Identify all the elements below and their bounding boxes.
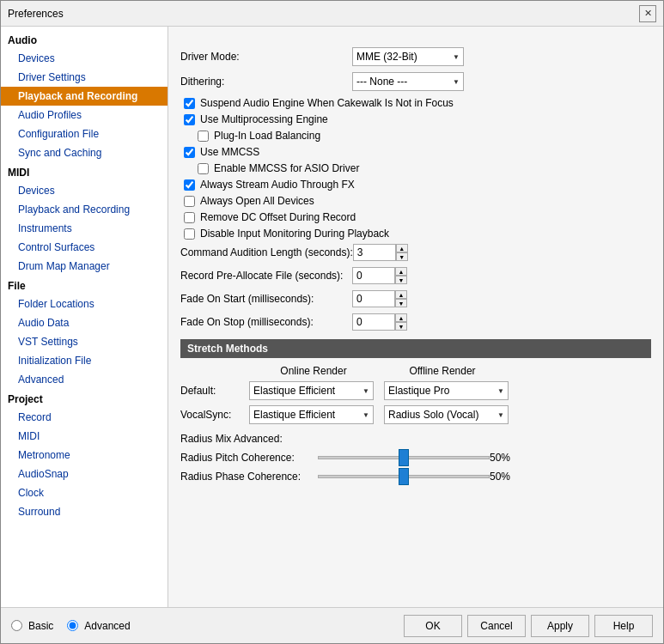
chk-mmcss-asio-label: Enable MMCSS for ASIO Driver bbox=[214, 162, 359, 174]
driver-mode-select[interactable]: MME (32-Bit)ASIOWDM/KS bbox=[352, 47, 464, 66]
stretch-rows: Default:Elastique EfficientElastique Pro… bbox=[180, 381, 651, 424]
chk-mmcss-asio-checkbox[interactable] bbox=[198, 163, 209, 174]
sidebar-item-audio-driver-settings[interactable]: Driver Settings bbox=[1, 68, 168, 87]
chk-multiprocessing-checkbox[interactable] bbox=[184, 114, 195, 125]
offline-select-1[interactable]: Radius Solo (Vocal)Elastique ProElastiqu… bbox=[384, 405, 509, 424]
chk-disable-input-label: Disable Input Monitoring During Playback bbox=[200, 228, 389, 240]
online-select-1[interactable]: Elastique EfficientElastique ProRadius S… bbox=[249, 405, 374, 424]
sl-phase-slider[interactable] bbox=[318, 475, 490, 478]
sidebar-item-file-advanced[interactable]: Advanced bbox=[1, 370, 168, 389]
basic-radio[interactable] bbox=[11, 620, 22, 631]
offline-select-0[interactable]: Elastique ProElastique EfficientRadius S… bbox=[384, 381, 509, 400]
sb-record-prealloc-input[interactable] bbox=[352, 267, 395, 284]
sb-fade-start-up-btn[interactable]: ▲ bbox=[395, 290, 407, 299]
chk-stream-fx-checkbox[interactable] bbox=[184, 179, 195, 191]
sidebar-item-audio-playback-recording[interactable]: Playback and Recording bbox=[1, 87, 168, 106]
stretch-methods-section: Stretch Methods Online Render Offline Re… bbox=[180, 339, 651, 483]
advanced-radio-group: Advanced bbox=[67, 620, 130, 632]
sidebar-item-project-record[interactable]: Record bbox=[1, 408, 168, 427]
stretch-row-1: VocalSync:Elastique EfficientElastique P… bbox=[180, 405, 651, 424]
dithering-select[interactable]: --- None ---TriangularShaped bbox=[352, 72, 464, 91]
sidebar-item-midi-playback-recording[interactable]: Playback and Recording bbox=[1, 200, 168, 219]
sidebar-item-project-clock[interactable]: Clock bbox=[1, 483, 168, 502]
sidebar-item-file-vst-settings[interactable]: VST Settings bbox=[1, 332, 168, 351]
chk-open-devices-label: Always Open All Devices bbox=[200, 195, 314, 207]
radius-section: Radius Mix Advanced: Radius Pitch Cohere… bbox=[180, 433, 651, 483]
online-select-0[interactable]: Elastique EfficientElastique ProRadius S… bbox=[249, 381, 374, 400]
sb-record-prealloc-up-btn[interactable]: ▲ bbox=[395, 267, 407, 276]
online-select-wrapper-1: Elastique EfficientElastique ProRadius S… bbox=[249, 405, 374, 424]
ok-button[interactable]: OK bbox=[404, 615, 462, 637]
sb-fade-start-label: Fade On Start (milliseconds): bbox=[180, 293, 352, 305]
sidebar-item-audio-profiles[interactable]: Audio Profiles bbox=[1, 106, 168, 125]
cancel-button[interactable]: Cancel bbox=[467, 615, 526, 637]
sb-command-audition-down-btn[interactable]: ▼ bbox=[396, 252, 408, 261]
sb-record-prealloc-spinners: ▲▼ bbox=[395, 267, 407, 284]
chk-open-devices-checkbox[interactable] bbox=[184, 196, 195, 207]
advanced-radio[interactable] bbox=[67, 620, 78, 631]
sb-fade-stop-down-btn[interactable]: ▼ bbox=[395, 322, 407, 331]
apply-button[interactable]: Apply bbox=[531, 615, 589, 637]
sidebar-item-midi-drum-map[interactable]: Drum Map Manager bbox=[1, 257, 168, 276]
radius-header: Radius Mix Advanced: bbox=[180, 433, 651, 445]
sidebar-item-midi-instruments[interactable]: Instruments bbox=[1, 219, 168, 238]
content-area: AudioDevicesDriver SettingsPlayback and … bbox=[1, 27, 663, 607]
help-button[interactable]: Help bbox=[594, 615, 653, 637]
offline-render-header: Offline Render bbox=[378, 365, 507, 377]
sb-command-audition-up-btn[interactable]: ▲ bbox=[396, 244, 408, 252]
sidebar-item-midi-control-surfaces[interactable]: Control Surfaces bbox=[1, 238, 168, 257]
stretch-row-0: Default:Elastique EfficientElastique Pro… bbox=[180, 381, 651, 400]
sb-record-prealloc-wrapper: ▲▼ bbox=[352, 267, 407, 284]
chk-mmcss-checkbox[interactable] bbox=[184, 147, 195, 158]
sb-record-prealloc-down-btn[interactable]: ▼ bbox=[395, 276, 407, 284]
chk-multiprocessing-label: Use Multiprocessing Engine bbox=[200, 113, 328, 125]
sb-fade-start-input[interactable] bbox=[352, 290, 395, 307]
sidebar-item-midi-devices[interactable]: Devices bbox=[1, 181, 168, 200]
sidebar-item-project-metronome[interactable]: Metronome bbox=[1, 446, 168, 465]
driver-mode-row: Driver Mode: MME (32-Bit)ASIOWDM/KS bbox=[180, 47, 651, 66]
chk-remove-dc-label: Remove DC Offset During Record bbox=[200, 211, 356, 223]
sidebar-item-project-surround[interactable]: Surround bbox=[1, 502, 168, 521]
spinbox-row-sb-command-audition: Command Audition Length (seconds):▲▼ bbox=[180, 244, 651, 261]
sl-pitch-slider[interactable] bbox=[318, 456, 490, 459]
sidebar-section-midi: MIDI bbox=[1, 162, 168, 181]
chk-suspend-checkbox[interactable] bbox=[184, 98, 195, 109]
checkbox-row-chk-stream-fx: Always Stream Audio Through FX bbox=[184, 179, 651, 191]
sb-record-prealloc-label: Record Pre-Allocate File (seconds): bbox=[180, 270, 352, 282]
footer: Basic Advanced OK Cancel Apply Help bbox=[1, 607, 663, 643]
chk-disable-input-checkbox[interactable] bbox=[184, 228, 195, 240]
offline-select-wrapper-0: Elastique ProElastique EfficientRadius S… bbox=[384, 381, 509, 400]
sidebar-item-audio-sync-caching[interactable]: Sync and Caching bbox=[1, 143, 168, 162]
footer-left: Basic Advanced bbox=[11, 620, 131, 632]
chk-stream-fx-label: Always Stream Audio Through FX bbox=[200, 179, 355, 191]
chk-plugin-load-balancing-checkbox[interactable] bbox=[198, 131, 209, 142]
stretch-col-headers: Online Render Offline Render bbox=[249, 365, 651, 377]
stretch-row-label-0: Default: bbox=[180, 385, 249, 397]
checkboxes-group: Suspend Audio Engine When Cakewalk Is No… bbox=[180, 97, 651, 240]
spinbox-row-sb-fade-stop: Fade On Stop (milliseconds):▲▼ bbox=[180, 313, 651, 331]
close-button[interactable]: ✕ bbox=[639, 5, 656, 22]
sidebar-item-file-init-file[interactable]: Initialization File bbox=[1, 351, 168, 370]
sidebar-item-file-folder-locations[interactable]: Folder Locations bbox=[1, 295, 168, 313]
sb-fade-stop-up-btn[interactable]: ▲ bbox=[395, 313, 407, 322]
advanced-radio-label: Advanced bbox=[84, 620, 130, 632]
sidebar-item-project-midi[interactable]: MIDI bbox=[1, 427, 168, 446]
dithering-select-wrapper: --- None ---TriangularShaped bbox=[352, 72, 464, 91]
spinbox-row-sb-fade-start: Fade On Start (milliseconds):▲▼ bbox=[180, 290, 651, 307]
sb-fade-start-down-btn[interactable]: ▼ bbox=[395, 299, 407, 307]
sidebar-item-file-audio-data[interactable]: Audio Data bbox=[1, 313, 168, 332]
checkbox-row-chk-plugin-load-balancing: Plug-In Load Balancing bbox=[198, 130, 651, 142]
sidebar-item-audio-config-file[interactable]: Configuration File bbox=[1, 125, 168, 143]
sb-command-audition-input[interactable] bbox=[353, 244, 396, 261]
chk-remove-dc-checkbox[interactable] bbox=[184, 212, 195, 223]
sidebar-item-project-audiosnap[interactable]: AudioSnap bbox=[1, 465, 168, 483]
title-bar: Preferences ✕ bbox=[1, 1, 663, 27]
sb-fade-stop-input[interactable] bbox=[352, 313, 395, 331]
sidebar-section-audio: Audio bbox=[1, 30, 168, 49]
stretch-header: Stretch Methods bbox=[180, 339, 651, 358]
dithering-label: Dithering: bbox=[180, 76, 352, 88]
sidebar-item-audio-devices[interactable]: Devices bbox=[1, 49, 168, 68]
main-panel: Driver Mode: MME (32-Bit)ASIOWDM/KS Dith… bbox=[168, 27, 663, 607]
chk-plugin-load-balancing-label: Plug-In Load Balancing bbox=[214, 130, 320, 142]
preferences-window: Preferences ✕ AudioDevicesDriver Setting… bbox=[0, 0, 664, 644]
